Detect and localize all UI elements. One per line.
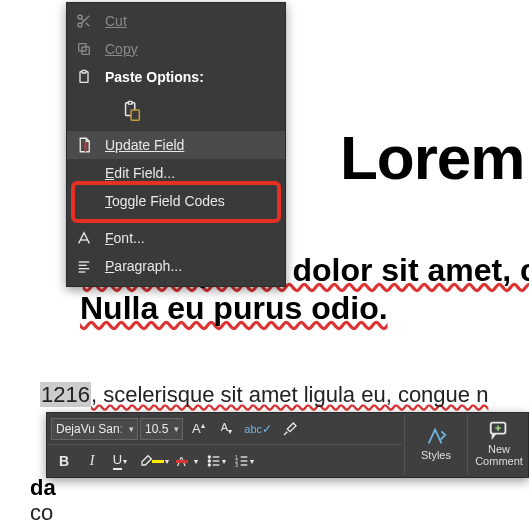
svg-rect-8 (82, 70, 86, 73)
spellcheck-button[interactable]: abc✓ (241, 416, 275, 442)
toolbar-separator (404, 415, 405, 475)
menu-toggle-field-codes-label: Toggle Field Codes (105, 193, 275, 209)
font-size-combo[interactable]: 10.5 ▾ (140, 418, 183, 440)
scissors-icon (73, 10, 95, 32)
mini-toolbar-row1: DejaVu San: ▾ 10.5 ▾ A▴ A▾ abc✓ (47, 413, 402, 445)
menu-toggle-field-codes[interactable]: Toggle Field Codes (67, 187, 285, 215)
svg-point-19 (208, 456, 210, 458)
menu-paste-options-label: Paste Options: (105, 69, 275, 85)
comment-icon (488, 419, 510, 441)
italic-button[interactable]: I (79, 448, 105, 474)
menu-update-field[interactable]: Update Field (67, 131, 285, 159)
doc-body-line3: co (30, 500, 53, 526)
font-color-button[interactable]: A▾ (174, 448, 201, 474)
menu-font-label: Font... (105, 230, 275, 246)
menu-paste-options: Paste Options: (67, 63, 285, 91)
menu-cut: Cut (67, 7, 285, 35)
underline-button[interactable]: U▾ (107, 448, 133, 474)
menu-copy-label: Copy (105, 41, 275, 57)
svg-line-4 (81, 18, 84, 21)
menu-paragraph-label: Paragraph... (105, 258, 275, 274)
highlight-button[interactable]: ▾ (135, 448, 172, 474)
bold-button[interactable]: B (51, 448, 77, 474)
clipboard-paste-icon (121, 100, 143, 122)
shrink-font-button[interactable]: A▾ (213, 416, 239, 442)
paragraph-icon (73, 255, 95, 277)
mini-toolbar-row2: B I U▾ ▾ A▾ ▾ 123 (47, 445, 402, 477)
svg-point-0 (78, 15, 82, 19)
svg-point-23 (208, 464, 210, 466)
svg-rect-10 (128, 101, 132, 104)
clipboard-icon (73, 66, 95, 88)
field-value[interactable]: 1216 (40, 382, 91, 407)
styles-icon (425, 425, 447, 447)
menu-separator (73, 219, 279, 220)
grow-font-button[interactable]: A▴ (185, 416, 211, 442)
menu-paragraph[interactable]: Paragraph... (67, 252, 285, 280)
doc-subtitle-line2: Nulla eu purus odio. (80, 290, 388, 327)
numbering-button[interactable]: 123 ▾ (231, 448, 257, 474)
svg-point-13 (85, 150, 87, 152)
menu-cut-label: Cut (105, 13, 275, 29)
blank-icon (73, 162, 95, 184)
styles-button[interactable]: Styles (407, 413, 465, 473)
menu-update-field-label: Update Field (105, 137, 275, 153)
format-painter-button[interactable] (277, 416, 303, 442)
doc-title: Lorem (340, 122, 524, 193)
toolbar-separator (467, 415, 468, 475)
context-menu: Cut Copy Paste Options: Update Field Edi… (66, 2, 286, 287)
chevron-down-icon: ▾ (129, 424, 134, 434)
blank-icon (73, 190, 95, 212)
menu-copy: Copy (67, 35, 285, 63)
svg-point-21 (208, 460, 210, 462)
svg-rect-11 (131, 110, 139, 120)
bullets-icon (206, 453, 222, 469)
doc-body-line: 1216, scelerisque sit amet ligula eu, co… (40, 382, 488, 408)
chevron-down-icon: ▾ (174, 424, 179, 434)
styles-label: Styles (421, 449, 451, 461)
svg-line-3 (86, 23, 90, 27)
mini-toolbar: DejaVu San: ▾ 10.5 ▾ A▴ A▾ abc✓ (46, 412, 529, 478)
numbering-icon: 123 (234, 453, 250, 469)
menu-font[interactable]: Font... (67, 224, 285, 252)
menu-paste-keep-source[interactable] (67, 91, 285, 131)
font-icon (73, 227, 95, 249)
menu-edit-field-label: Edit Field... (105, 165, 275, 181)
menu-edit-field[interactable]: Edit Field... (67, 159, 285, 187)
bullets-button[interactable]: ▾ (203, 448, 229, 474)
new-comment-label: New Comment (470, 443, 528, 467)
font-name-combo[interactable]: DejaVu San: ▾ (51, 418, 138, 440)
svg-point-1 (78, 23, 82, 27)
update-field-icon (73, 134, 95, 156)
new-comment-button[interactable]: New Comment (470, 413, 528, 473)
copy-icon (73, 38, 95, 60)
paintbrush-icon (282, 421, 298, 437)
svg-text:3: 3 (235, 463, 238, 468)
doc-body-line2: da (30, 475, 56, 501)
